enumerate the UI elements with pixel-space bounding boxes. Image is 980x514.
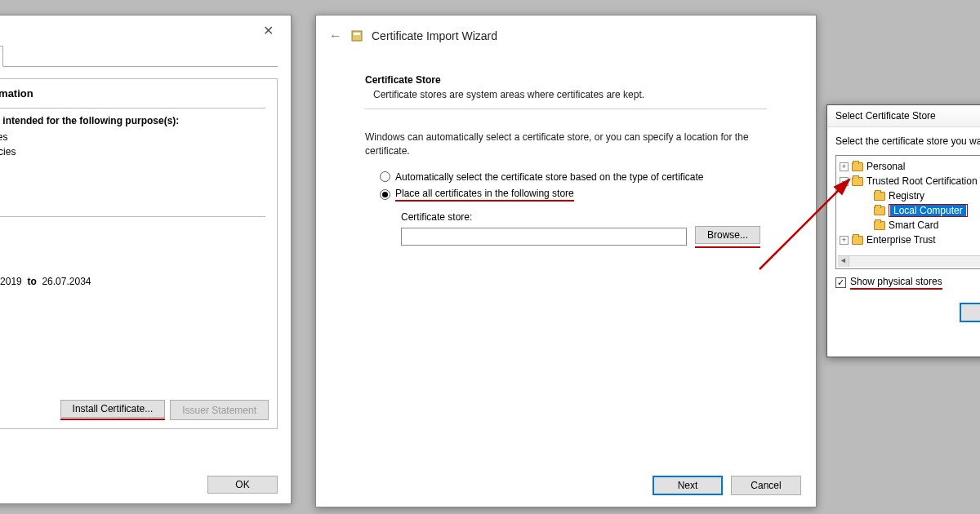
select-certificate-store-window: Select Certificate Store Select the cert… <box>826 104 980 357</box>
back-arrow-icon[interactable]: ← <box>329 29 342 43</box>
window-body: Certification Path Certificate Informati… <box>0 45 291 429</box>
certificate-import-wizard-window: ← Certificate Import Wizard Certificate … <box>315 15 817 507</box>
svg-rect-0 <box>352 31 362 41</box>
tree-node-trusted-root[interactable]: – Trusted Root Certification <box>838 174 980 188</box>
certificate-store-label: Certificate store: <box>401 211 767 223</box>
wizard-body: Certificate Store Certificate stores are… <box>316 50 816 248</box>
folder-icon <box>874 192 885 201</box>
certificate-info-heading: Certificate Information <box>0 87 265 100</box>
radio-auto-select[interactable]: Automatically select the certificate sto… <box>380 171 767 183</box>
wizard-title: Certificate Import Wizard <box>372 29 497 42</box>
tree-node-smart-card[interactable]: Smart Card <box>838 218 980 233</box>
purpose-item: All issuance policies <box>0 130 265 144</box>
show-physical-stores-checkbox[interactable]: Show physical stores <box>835 276 980 290</box>
body-text: Windows can automatically select a certi… <box>365 131 767 158</box>
wizard-icon <box>350 29 363 42</box>
issued-to-row: Issued to: dh5 <box>0 224 265 235</box>
folder-icon <box>874 221 885 230</box>
show-physical-stores-label: Show physical stores <box>850 276 942 290</box>
close-icon[interactable]: ✕ <box>252 23 284 38</box>
folder-icon <box>874 206 885 215</box>
svg-rect-1 <box>354 33 360 35</box>
radio-icon <box>380 189 390 200</box>
ok-button[interactable]: OK <box>960 303 980 322</box>
horizontal-scrollbar[interactable]: ◄ <box>838 255 980 267</box>
section-title: Certificate Store <box>365 74 767 86</box>
purpose-item: All application policies <box>0 144 265 159</box>
tree-node-enterprise-trust[interactable]: + Enterprise Trust <box>838 233 980 247</box>
radio-place-label: Place all certificates in the following … <box>395 188 574 202</box>
expand-icon[interactable]: + <box>840 236 849 245</box>
tab-certification-path[interactable]: Certification Path <box>0 46 3 67</box>
radio-auto-label: Automatically select the certificate sto… <box>395 171 704 183</box>
certificate-panel: Certificate Information This certificate… <box>0 78 278 429</box>
folder-icon <box>852 236 863 245</box>
browse-button[interactable]: Browse... <box>695 226 760 244</box>
wizard-header: ← Certificate Import Wizard <box>316 16 816 50</box>
radio-place-in-store[interactable]: Place all certificates in the following … <box>380 188 767 202</box>
tab-strip: Certification Path <box>0 45 278 67</box>
folder-icon <box>852 177 863 186</box>
folder-icon <box>852 162 863 171</box>
tree-node-personal[interactable]: + Personal <box>838 159 980 174</box>
issuer-statement-button: Issuer Statement <box>170 400 269 420</box>
dialog-body: Select the certificate store you want to… <box>827 127 980 296</box>
purpose-label: This certificate is intended for the fol… <box>0 115 265 126</box>
titlebar: ✕ <box>0 16 291 45</box>
purpose-list: All issuance policies All application po… <box>0 130 265 159</box>
install-certificate-button[interactable]: Install Certificate... <box>60 400 166 418</box>
dialog-title: Select Certificate Store <box>827 105 980 127</box>
collapse-icon[interactable]: – <box>840 177 849 186</box>
checkbox-icon <box>835 277 846 288</box>
ok-button[interactable]: OK <box>207 476 278 494</box>
certificate-properties-window: ✕ Certification Path Certificate Informa… <box>0 15 292 504</box>
expand-icon[interactable]: + <box>840 162 849 171</box>
issued-by-row: Issued by: dh5 <box>0 250 265 261</box>
certificate-store-input[interactable] <box>401 228 687 246</box>
cancel-button[interactable]: Cancel <box>731 476 801 495</box>
dialog-prompt: Select the certificate store you want to… <box>835 135 980 147</box>
next-button[interactable]: Next <box>653 476 723 495</box>
tree-node-local-computer[interactable]: Local Computer <box>838 203 980 218</box>
radio-icon <box>380 171 390 182</box>
valid-dates-row: Valid from 30.07.2019 to 26.07.2034 <box>0 276 265 287</box>
tree-node-registry[interactable]: Registry <box>838 188 980 203</box>
store-tree[interactable]: + Personal – Trusted Root Certification … <box>835 155 980 269</box>
section-description: Certificate stores are system areas wher… <box>373 89 767 100</box>
